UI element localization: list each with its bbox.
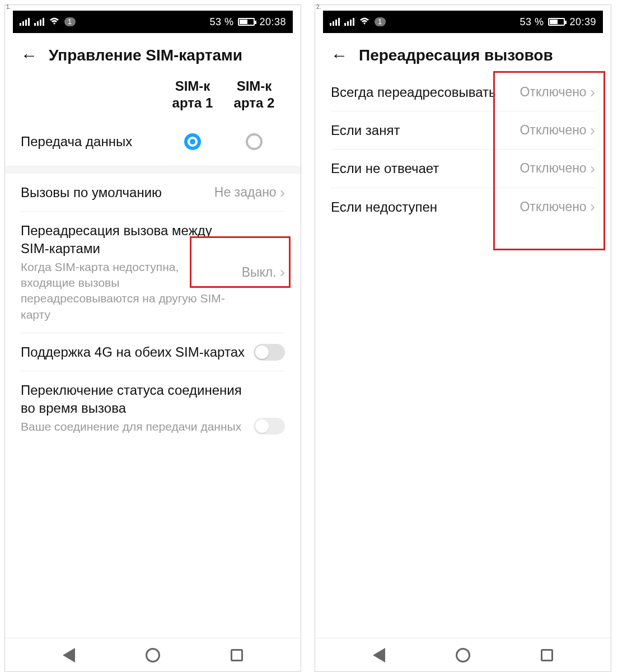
battery-percent: 53 %	[209, 16, 233, 28]
call-forward-label: Переадресация вызова между SIM-картами	[21, 222, 234, 256]
support-4g-toggle[interactable]	[254, 344, 285, 361]
sim1-radio[interactable]	[184, 133, 201, 150]
forward-noanswer-label: Если не отвечает	[331, 160, 512, 177]
forward-unreachable-label: Если недоступен	[331, 198, 512, 216]
sim-columns-header: SIM-к арта 1 SIM-к арта 2	[21, 73, 285, 116]
chevron-right-icon: ›	[280, 264, 285, 280]
battery-icon	[548, 18, 565, 26]
page-title: Переадресация вызовов	[359, 46, 553, 64]
default-calls-label: Вызовы по умолчанию	[21, 184, 207, 201]
nav-back-icon[interactable]	[63, 648, 75, 662]
clock: 20:39	[569, 16, 596, 28]
wifi-icon	[49, 17, 60, 27]
nav-back-icon[interactable]	[373, 648, 385, 662]
nav-home-icon[interactable]	[456, 648, 470, 662]
signal-icon	[344, 18, 354, 26]
screenshot-index: 1.	[6, 4, 11, 10]
clock: 20:38	[259, 16, 286, 28]
sim2-radio[interactable]	[246, 133, 263, 150]
wifi-icon	[359, 17, 370, 27]
switch-status-sub: Ваше соединение для передачи данных	[21, 419, 246, 435]
android-navbar	[315, 638, 611, 671]
back-arrow-icon[interactable]: ←	[331, 47, 348, 64]
support-4g-label: Поддержка 4G на обеих SIM-картах	[21, 343, 246, 361]
chevron-right-icon: ›	[590, 123, 595, 138]
nav-recent-icon[interactable]	[541, 649, 553, 661]
forward-busy-label: Если занят	[331, 122, 512, 139]
signal-icon	[34, 18, 44, 26]
chevron-right-icon: ›	[590, 85, 595, 100]
support-4g-row[interactable]: Поддержка 4G на обеих SIM-картах	[21, 333, 285, 371]
status-bar: 1 53 % 20:38	[13, 11, 293, 33]
android-navbar	[5, 638, 301, 671]
battery-percent: 53 %	[520, 16, 544, 28]
forward-busy-row[interactable]: Если занят Отключено ›	[331, 111, 595, 149]
sim-badge: 1	[64, 17, 76, 26]
forward-busy-value: Отключено	[520, 123, 586, 138]
page-title: Управление SIM-картами	[49, 46, 242, 64]
signal-icon	[330, 18, 340, 26]
default-calls-value: Не задано	[214, 185, 277, 200]
status-bar: 1 53 % 20:39	[323, 11, 603, 33]
call-forward-sub: Когда SIM-карта недоступна, входящие выз…	[21, 259, 234, 323]
forward-noanswer-row[interactable]: Если не отвечает Отключено ›	[331, 149, 595, 187]
chevron-right-icon: ›	[590, 161, 595, 176]
section-divider	[5, 166, 301, 174]
forward-unreachable-value: Отключено	[520, 199, 586, 214]
signal-icon	[20, 18, 30, 26]
switch-status-row[interactable]: Переключение статуса соединения во время…	[21, 371, 285, 445]
chevron-right-icon: ›	[590, 199, 595, 214]
switch-status-label: Переключение статуса соединения во время…	[21, 381, 246, 416]
chevron-right-icon: ›	[280, 185, 285, 200]
nav-home-icon[interactable]	[146, 648, 160, 662]
forward-always-label: Всегда переадресовывать	[331, 83, 512, 101]
sim1-col-label: SIM-к арта 1	[162, 73, 223, 116]
default-calls-row[interactable]: Вызовы по умолчанию Не задано ›	[21, 174, 285, 211]
sim2-col-label: SIM-к арта 2	[223, 73, 285, 116]
sim-badge: 1	[375, 17, 386, 26]
switch-status-toggle[interactable]	[254, 418, 285, 435]
forward-noanswer-value: Отключено	[520, 161, 586, 176]
battery-icon	[238, 18, 255, 26]
call-forward-value: Выкл.	[242, 265, 277, 280]
forward-always-value: Отключено	[520, 85, 586, 100]
forward-unreachable-row[interactable]: Если недоступен Отключено ›	[331, 188, 595, 226]
back-arrow-icon[interactable]: ←	[21, 47, 38, 64]
forward-always-row[interactable]: Всегда переадресовывать Отключено ›	[331, 73, 595, 111]
nav-recent-icon[interactable]	[231, 649, 243, 661]
call-forward-between-sims-row[interactable]: Переадресация вызова между SIM-картами К…	[21, 211, 285, 333]
data-transfer-label: Передача данных	[21, 133, 162, 150]
screenshot-index: 2.	[316, 4, 321, 10]
